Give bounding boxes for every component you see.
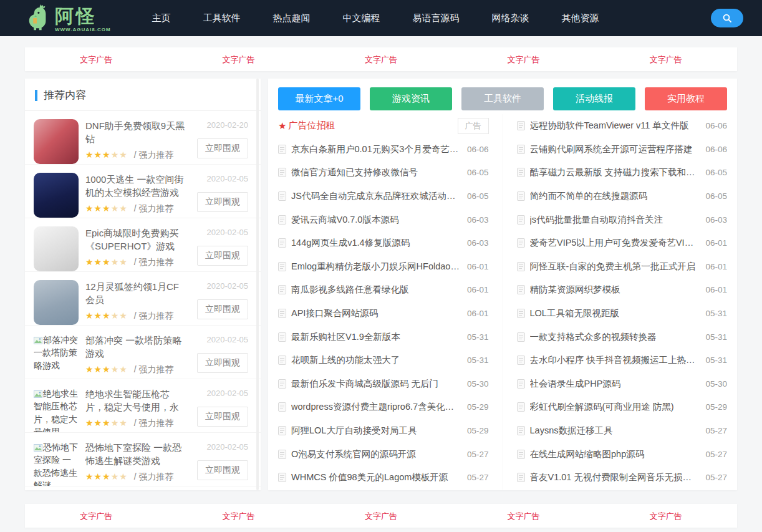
article-title-link[interactable]: 云铺购代刷网系统全开源可运营程序搭建 [530, 143, 700, 155]
site-logo[interactable]: 阿怪 WWW.AGUAI8.COM [22, 4, 111, 32]
article-title-link[interactable]: 微信官方通知已支持修改微信号 [291, 167, 461, 178]
recommended-panel: 推荐内容 DNF助手免费领取9天黑钻 [25, 79, 261, 490]
nav-item[interactable]: 主页 [152, 6, 171, 31]
text-ad-link[interactable]: 文字广告 [365, 511, 397, 521]
nav-item[interactable]: 网络杂谈 [492, 6, 529, 31]
article-title-link[interactable]: 去水印小程序 快手抖音视频搬运工上热门... [530, 354, 700, 366]
article-row: 音友V1.01 无视付费限制全网音乐无损免费... 05-27 [517, 466, 728, 490]
article-title-link[interactable]: 京东白条新用户0.01元购买3个月爱奇艺黄... [291, 143, 461, 155]
item-thumbnail[interactable]: 绝地求生智能压枪芯片，稳定大号使用 [34, 387, 79, 432]
article-title-link[interactable]: 社会语录生成PHP源码 [530, 378, 700, 390]
watch-now-button[interactable]: 立即围观 [197, 192, 248, 212]
article-title-link[interactable]: 爱讯云商城V0.7.0版本源码 [291, 214, 461, 226]
item-thumbnail[interactable]: 恐怖地下室探险 一款恐怖逃生解谜 [34, 441, 79, 486]
article-title-link[interactable]: Emlog重构精仿老版小刀娱乐网HFoldao模... [291, 261, 461, 273]
ad-slot-link[interactable]: 广告位招租 [288, 120, 457, 132]
text-ad-link[interactable]: 文字广告 [223, 55, 255, 64]
article-title-link[interactable]: 花呗新上线的功能太强大了 [291, 354, 461, 366]
article-title-link[interactable]: 爱奇艺VIP5以上用户可免费发爱奇艺VIP红包 [530, 237, 700, 249]
category-button[interactable]: 实用教程 [645, 87, 727, 110]
watch-now-button[interactable]: 立即围观 [197, 138, 248, 158]
nav-item[interactable]: 工具软件 [203, 6, 241, 31]
article-title-link[interactable]: 阿怪互联-自家的免费主机第一批正式开启 [530, 261, 700, 273]
article-date: 05-27 [705, 426, 727, 435]
recommended-item-title[interactable]: Epic商城限时免费购买《SUPERHOT》游戏 [85, 226, 188, 253]
article-title-link[interactable]: Laysns数据迁移工具 [530, 425, 700, 437]
article-title-link[interactable]: 远程协助软件TeamViewer v11 单文件版 [530, 120, 700, 132]
item-rating: ★★★★★ / 强力推荐 [85, 150, 188, 161]
article-title-link[interactable]: 简约而不简单的在线搜题源码 [530, 190, 700, 202]
recommended-item-title[interactable]: 部落冲突 一款塔防策略游戏 [85, 334, 188, 360]
article-row: 花呗新上线的功能太强大了 05-31 [278, 349, 489, 372]
watch-now-button[interactable]: 立即围观 [197, 407, 248, 427]
text-ad-link[interactable]: 文字广告 [80, 55, 112, 64]
text-ad-link[interactable]: 文字广告 [365, 55, 397, 64]
item-thumbnail[interactable] [34, 226, 79, 271]
article-title-link[interactable]: 阿狸LOL大厅自动接受对局工具 [291, 425, 461, 437]
item-date: 2020-02-05 [207, 228, 249, 237]
text-ad-link[interactable]: 文字广告 [80, 511, 112, 521]
item-thumbnail[interactable]: 部落冲突 一款塔防策略游戏 [34, 334, 79, 379]
document-icon [278, 262, 286, 271]
nav-item[interactable]: 其他资源 [562, 6, 599, 31]
article-title-link[interactable]: API接口聚合网站源码 [291, 307, 461, 319]
category-button[interactable]: 游戏资讯 [370, 87, 452, 110]
article-date: 05-31 [705, 355, 727, 365]
article-title-link[interactable]: 精防某资源网织梦模板 [530, 284, 700, 296]
watch-now-button[interactable]: 立即围观 [197, 246, 248, 266]
article-date: 06-01 [705, 262, 727, 271]
item-rating: ★★★★★ / 强力推荐 [85, 364, 188, 375]
article-title-link[interactable]: 最新伯乐发卡商城高级版源码 无后门 [291, 378, 461, 390]
item-thumbnail[interactable] [34, 119, 79, 164]
article-title-link[interactable]: 一款支持格式众多的视频转换器 [530, 331, 700, 343]
article-title-link[interactable]: 最新乐购社区V1.9全新版本 [291, 331, 461, 343]
article-title-link[interactable]: js代码批量批量自动取消抖音关注 [530, 214, 700, 226]
article-title-link[interactable]: JS代码全自动完成京东品牌狂欢城活动任务 [291, 190, 461, 202]
search-icon [722, 13, 732, 23]
article-title-link[interactable]: 144g网页生成v1.4修复版源码 [291, 237, 461, 249]
text-ad-link[interactable]: 文字广告 [507, 55, 539, 64]
article-date: 06-03 [467, 215, 489, 225]
category-button[interactable]: 最新文章+0 [278, 87, 360, 110]
category-button[interactable]: 活动线报 [553, 87, 635, 110]
category-button[interactable]: 工具软件 [461, 87, 544, 110]
article-title-link[interactable]: wordpress资源付费主题ripro6.7含美化包... [291, 401, 461, 413]
article-date: 05-31 [705, 309, 727, 318]
article-title-link[interactable]: LOL工具箱无限视距版 [530, 307, 700, 319]
watch-now-button[interactable]: 立即围观 [197, 299, 248, 319]
text-ad-link[interactable]: 文字广告 [650, 511, 682, 521]
text-ad-link[interactable]: 文字广告 [223, 511, 255, 521]
article-title-link[interactable]: 在线生成网站缩略图php源码 [530, 448, 700, 460]
broken-image-icon [34, 337, 42, 344]
recommended-item-title[interactable]: 1000天逃生 一款空间街机的太空模拟经营游戏 [85, 173, 188, 199]
article-title-link[interactable]: 音友V1.01 无视付费限制全网音乐无损免费... [530, 472, 700, 483]
recommended-item-title[interactable]: 12月灵狐签约领1月CF会员 [85, 280, 188, 306]
article-row: 爱奇艺VIP5以上用户可免费发爱奇艺VIP红包 06-01 [517, 231, 728, 255]
recommended-item-title[interactable]: DNF助手免费领取9天黑钻 [85, 119, 188, 145]
stars-empty-icon: ★★ [111, 150, 128, 160]
text-ad-link[interactable]: 文字广告 [650, 55, 682, 64]
article-row: 远程协助软件TeamViewer v11 单文件版 06-06 [517, 114, 728, 138]
search-button[interactable] [711, 9, 743, 27]
recommended-item-title[interactable]: 恐怖地下室探险 一款恐怖逃生解谜类游戏 [85, 441, 188, 467]
item-thumbnail[interactable] [34, 280, 79, 325]
nav-item[interactable]: 中文编程 [343, 6, 380, 31]
nav-item[interactable]: 易语言源码 [413, 6, 460, 31]
article-title-link[interactable]: WHMCS 价值98美元的Lagom模板开源 [291, 472, 461, 483]
accent-bar [35, 90, 37, 101]
article-title-link[interactable]: 彩虹代刷全解源码(可商业用途 防黑) [530, 401, 700, 413]
article-title-link[interactable]: 南瓜影视多线路任意看绿化版 [291, 284, 461, 296]
watch-now-button[interactable]: 立即围观 [197, 460, 248, 480]
item-thumbnail[interactable] [34, 173, 79, 218]
watch-now-button[interactable]: 立即围观 [197, 353, 248, 373]
text-ad-link[interactable]: 文字广告 [507, 511, 539, 521]
recommended-item-title[interactable]: 绝地求生智能压枪芯片，稳定大号使用，永久免费 [85, 387, 188, 414]
nav-item[interactable]: 热点趣闻 [273, 6, 311, 31]
panel-scrollbar[interactable] [256, 79, 259, 490]
recommend-strength-label: / 强力推荐 [134, 418, 174, 428]
article-title-link[interactable]: 酷享磁力云最新版 支持磁力搜索下载和一... [530, 167, 700, 178]
article-date: 05-27 [705, 473, 727, 482]
article-list: ★ 广告位招租 广告 京东白条 [278, 114, 727, 490]
article-title-link[interactable]: O泡易支付系统官网的源码开源 [291, 448, 461, 460]
document-icon [517, 262, 525, 271]
